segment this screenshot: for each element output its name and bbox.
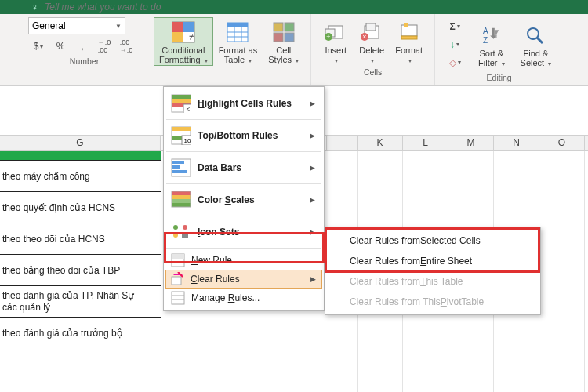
svg-text:10: 10 (184, 137, 191, 144)
svg-rect-31 (172, 95, 191, 99)
clear-this-table: Clear Rules from This Table (328, 271, 538, 292)
menu-data-bars[interactable]: Data Bars ▶ (166, 154, 321, 182)
data-column-g: theo máy chấm công theo quyết định của H… (0, 151, 161, 349)
svg-rect-11 (274, 23, 283, 31)
highlight-cells-icon: ≤ (169, 92, 193, 115)
clear-entire-sheet[interactable]: Clear Rules from Entire Sheet (328, 251, 538, 271)
svg-text:Z: Z (483, 36, 488, 45)
currency-button[interactable]: $▾ (28, 38, 49, 55)
insert-button[interactable]: + Insert▾ (318, 17, 354, 66)
submenu-arrow-icon: ▶ (310, 100, 318, 107)
svg-text:×: × (363, 33, 367, 41)
svg-point-52 (173, 233, 178, 238)
svg-line-29 (537, 38, 543, 43)
chevron-down-icon: ▼ (115, 23, 122, 30)
data-bars-icon (169, 156, 193, 180)
decrease-decimal-button[interactable]: .00→.0 (116, 38, 136, 55)
group-label-cells: Cells (318, 66, 428, 80)
title-bar: ♀ (0, 0, 588, 14)
cell[interactable]: theo đánh giá của TP, Nhân Sự các quản l… (0, 286, 161, 318)
menu-clear-rules[interactable]: Clear Rules ▶ (165, 270, 322, 289)
svg-rect-44 (172, 170, 187, 173)
svg-rect-13 (274, 33, 283, 42)
format-as-table-button[interactable]: Format asTable ▾ (213, 17, 263, 66)
clear-rules-submenu: Clear Rules from Selected Cells Clear Ru… (325, 227, 541, 315)
find-select-button[interactable]: Find &Select ▾ (515, 20, 557, 69)
fill-button[interactable]: ↓▾ (441, 36, 468, 53)
svg-text:≠: ≠ (189, 32, 194, 42)
cell[interactable]: theo bảng theo dõi của TBP (0, 255, 161, 286)
conditional-formatting-icon: ≠ (171, 20, 196, 45)
manage-rules-icon (169, 290, 187, 306)
color-scales-icon (169, 188, 193, 212)
svg-rect-32 (172, 99, 191, 103)
group-label-number: Number (28, 55, 140, 69)
svg-rect-12 (285, 23, 294, 31)
menu-new-rule[interactable]: New Rule... (166, 250, 321, 270)
svg-rect-47 (172, 199, 191, 203)
clear-this-pivot: Clear Rules from This PivotTable (328, 292, 538, 312)
svg-rect-3 (172, 32, 183, 42)
delete-button[interactable]: × Delete▾ (354, 17, 390, 66)
find-select-icon (523, 23, 548, 48)
svg-rect-43 (172, 165, 180, 169)
cell-styles-label: CellStyles (268, 45, 292, 64)
menu-icon-sets[interactable]: Icon Sets ▶ (166, 218, 321, 246)
svg-rect-55 (172, 254, 184, 259)
sort-filter-icon: AZ (479, 23, 504, 48)
cell[interactable]: theo đánh giá của trưởng bộ (0, 318, 161, 349)
clear-selected-cells[interactable]: Clear Rules from Selected Cells (328, 230, 538, 251)
svg-rect-2 (183, 22, 194, 32)
col-K[interactable]: K (358, 136, 403, 150)
conditional-formatting-label: ConditionalFormatting (159, 45, 205, 64)
svg-text:+: + (327, 33, 331, 41)
icon-sets-icon (169, 220, 193, 244)
autosum-button[interactable]: Σ▾ (441, 18, 468, 35)
svg-rect-6 (227, 23, 248, 27)
top-bottom-icon: 10 (169, 124, 193, 147)
menu-top-bottom[interactable]: 10 Top/Bottom Rules ▶ (166, 122, 321, 150)
menu-color-scales[interactable]: Color Scales ▶ (166, 186, 321, 214)
menu-highlight-cells[interactable]: ≤ Highlight Cells Rules ▶ (166, 89, 321, 118)
svg-text:A: A (483, 27, 488, 35)
increase-decimal-button[interactable]: ←.0.00 (94, 38, 114, 55)
svg-rect-14 (285, 33, 294, 42)
svg-rect-45 (172, 191, 191, 195)
cell[interactable]: theo theo dõi của HCNS (0, 223, 161, 255)
new-rule-icon (169, 252, 187, 268)
col-L[interactable]: L (403, 136, 448, 150)
clear-rules-icon (169, 271, 186, 287)
menu-manage-rules[interactable]: Manage Rules... (166, 288, 321, 308)
svg-rect-24 (401, 36, 417, 39)
svg-rect-46 (172, 195, 191, 199)
cell[interactable]: theo máy chấm công (0, 161, 161, 192)
svg-rect-20 (366, 23, 376, 31)
cell[interactable]: theo quyết định của HCNS (0, 192, 161, 223)
svg-rect-37 (172, 127, 191, 131)
conditional-formatting-button[interactable]: ≠ ConditionalFormatting ▾ (154, 17, 213, 66)
cell-styles-button[interactable]: CellStyles ▾ (263, 17, 304, 66)
col-G[interactable]: G (0, 136, 161, 150)
group-label-editing: Editing (441, 71, 557, 85)
comma-button[interactable]: , (72, 38, 93, 55)
number-format-select[interactable]: General ▼ (28, 17, 125, 34)
chevron-down-icon: ▾ (205, 57, 208, 64)
delete-icon: × (359, 20, 384, 45)
svg-rect-58 (172, 292, 184, 304)
clear-button[interactable]: ◇▾ (441, 54, 468, 71)
percent-button[interactable]: % (50, 38, 71, 55)
col-O[interactable]: O (539, 136, 585, 150)
svg-rect-56 (172, 277, 181, 285)
svg-rect-42 (172, 161, 184, 164)
ribbon: General ▼ $▾ % , ←.0.00 .00→.0 Number ≠ … (0, 14, 588, 86)
svg-point-51 (183, 225, 187, 230)
sort-filter-button[interactable]: AZ Sort &Filter ▾ (473, 20, 510, 69)
tell-me-input[interactable] (45, 2, 163, 13)
format-button[interactable]: Format▾ (390, 17, 428, 66)
col-N[interactable]: N (494, 136, 539, 150)
col-M[interactable]: M (448, 136, 494, 150)
svg-point-28 (528, 28, 539, 39)
conditional-formatting-menu: ≤ Highlight Cells Rules ▶ 10 Top/Bottom … (163, 86, 325, 311)
svg-rect-53 (182, 233, 188, 238)
format-icon (397, 20, 422, 45)
